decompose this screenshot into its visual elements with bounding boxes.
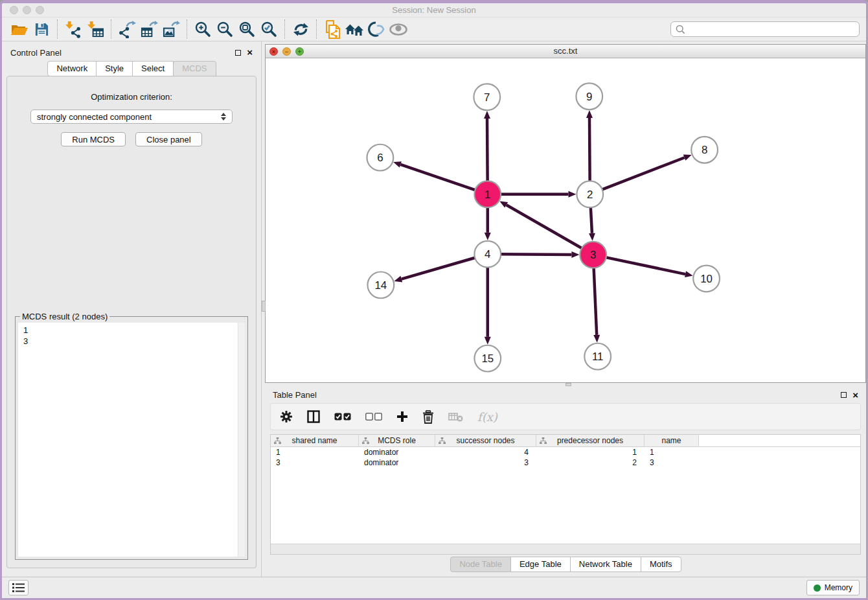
node-6[interactable]: 6 (367, 144, 393, 171)
result-scrollbar[interactable] (238, 323, 245, 557)
vertical-splitter[interactable] (261, 41, 265, 577)
splitter-handle[interactable] (565, 383, 571, 386)
edge-2-3[interactable] (591, 206, 592, 233)
float-panel-icon[interactable] (235, 50, 241, 56)
column-header-mcds-role[interactable]: MCDS role (359, 435, 435, 447)
tab-select[interactable]: Select (132, 61, 174, 76)
tab-network[interactable]: Network (47, 61, 97, 76)
zoom-fit-button[interactable] (236, 19, 258, 40)
edge-2-9[interactable] (589, 118, 590, 182)
tab-mcds[interactable]: MCDS (173, 61, 216, 76)
table-tab-motifs[interactable]: Motifs (641, 557, 681, 572)
cell-predecessor-nodes[interactable]: 2 (536, 457, 645, 468)
table-tab-network-table[interactable]: Network Table (570, 557, 641, 572)
edge-4-3[interactable] (499, 254, 571, 255)
select-all-button[interactable] (334, 413, 351, 421)
show-details-button[interactable] (387, 19, 409, 40)
import-network-button[interactable] (62, 19, 84, 40)
cell-mcds-role[interactable]: dominator (359, 447, 435, 457)
run-mcds-button[interactable]: Run MCDS (61, 132, 126, 146)
save-session-button[interactable] (30, 19, 52, 40)
network-canvas[interactable]: 7968124314101511 (266, 58, 865, 382)
new-network-button[interactable] (321, 19, 343, 40)
task-history-button[interactable] (8, 580, 29, 595)
edge-1-6[interactable] (400, 165, 476, 190)
node-4[interactable]: 4 (474, 241, 501, 268)
node-3[interactable]: 3 (580, 242, 606, 268)
cell-shared-name[interactable]: 3 (271, 457, 359, 468)
float-panel-icon[interactable] (841, 392, 847, 398)
close-panel-icon[interactable]: × (247, 49, 253, 56)
mcds-result-text[interactable]: 13 (18, 323, 245, 557)
export-network-button[interactable] (116, 19, 138, 40)
column-header-successor-nodes[interactable]: successor nodes (435, 435, 536, 447)
edge-3-10[interactable] (605, 257, 685, 274)
delete-column-button[interactable] (422, 410, 434, 424)
zoom-selected-button[interactable] (258, 19, 280, 40)
node-14[interactable]: 14 (367, 271, 394, 298)
edge-3-1[interactable] (507, 205, 583, 249)
open-session-button[interactable] (8, 19, 30, 40)
cell-successor-nodes[interactable]: 3 (435, 457, 536, 468)
cell-mcds-role[interactable]: dominator (359, 457, 435, 468)
horizontal-splitter[interactable] (265, 383, 866, 387)
deselect-all-button[interactable] (365, 413, 382, 421)
table-tab-edge-table[interactable]: Edge Table (510, 557, 571, 572)
table-hscrollbar[interactable] (271, 544, 860, 554)
table-row[interactable]: 3dominator323 (271, 457, 860, 468)
show-columns-button[interactable] (307, 410, 320, 423)
edge-3-11[interactable] (594, 267, 597, 335)
zoom-out-icon (216, 21, 233, 38)
table-panel-title: Table Panel (273, 390, 317, 400)
node-8[interactable]: 8 (691, 137, 718, 163)
first-neighbors-button[interactable] (343, 19, 365, 40)
cell-predecessor-nodes[interactable]: 1 (536, 447, 645, 457)
cell-name[interactable]: 1 (645, 447, 699, 457)
node-9[interactable]: 9 (576, 83, 602, 110)
close-panel-button[interactable]: Close panel (135, 132, 202, 146)
table-tab-node-table[interactable]: Node Table (450, 557, 511, 572)
network-graph[interactable]: 7968124314101511 (266, 58, 865, 382)
node-15[interactable]: 15 (474, 345, 501, 372)
import-table-button[interactable] (84, 19, 106, 40)
close-panel-icon[interactable]: × (852, 392, 858, 398)
table-row[interactable]: 1dominator411 (271, 447, 860, 457)
cell-successor-nodes[interactable]: 4 (435, 447, 536, 457)
tab-style[interactable]: Style (96, 61, 133, 76)
column-header-name[interactable]: name (645, 435, 699, 447)
edge-2-8[interactable] (601, 157, 685, 190)
minimize-window-button[interactable] (23, 6, 31, 14)
node-7[interactable]: 7 (474, 84, 500, 110)
edge-4-14[interactable] (402, 257, 476, 279)
zoom-out-button[interactable] (214, 19, 236, 40)
cell-name[interactable]: 3 (645, 457, 699, 468)
criterion-dropdown[interactable]: strongly connected component (30, 110, 233, 124)
column-header-shared-name[interactable]: shared name (271, 435, 359, 447)
node-label: 3 (590, 249, 596, 261)
export-table-button[interactable] (138, 19, 160, 40)
node-10[interactable]: 10 (693, 266, 720, 292)
zoom-in-button[interactable] (192, 19, 214, 40)
column-header-predecessor-nodes[interactable]: predecessor nodes (536, 435, 645, 447)
maximize-window-button[interactable] (36, 6, 44, 14)
network-maximize-button[interactable]: + (295, 47, 304, 56)
search-input[interactable] (689, 25, 854, 34)
node-1[interactable]: 1 (474, 181, 501, 207)
hide-details-button[interactable] (365, 19, 387, 40)
edge-1-7[interactable] (487, 119, 488, 182)
network-minimize-button[interactable]: − (282, 47, 291, 56)
main-toolbar (2, 17, 866, 41)
node-label: 6 (377, 152, 383, 164)
memory-button[interactable]: Memory (806, 580, 860, 595)
add-column-button[interactable] (396, 411, 408, 422)
network-close-button[interactable]: × (269, 47, 278, 56)
close-window-button[interactable] (10, 6, 18, 14)
column-header-filler (699, 435, 860, 447)
export-image-button[interactable] (160, 19, 182, 40)
apply-layout-button[interactable] (290, 19, 312, 40)
table-settings-button[interactable] (280, 410, 293, 423)
node-2[interactable]: 2 (577, 181, 603, 207)
cell-shared-name[interactable]: 1 (271, 447, 359, 457)
node-11[interactable]: 11 (584, 343, 611, 370)
node-label: 4 (485, 248, 490, 260)
